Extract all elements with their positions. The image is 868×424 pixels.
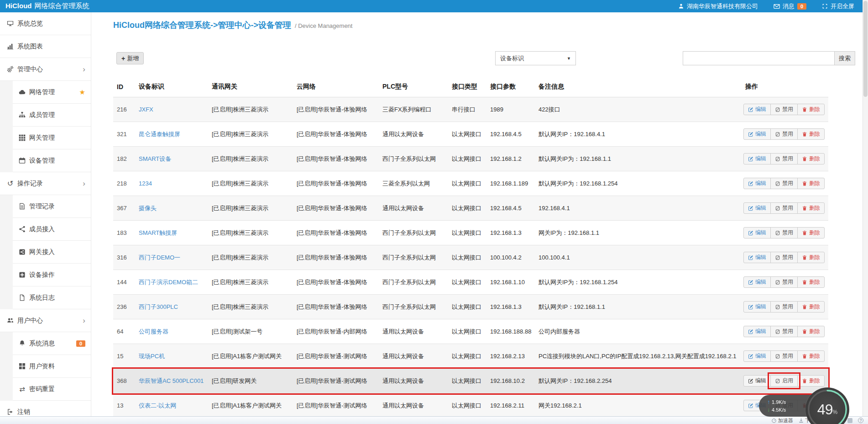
delete-button[interactable]: 删除: [797, 375, 825, 387]
cell-plc: 西门子全系列以太网: [379, 245, 448, 270]
delete-button[interactable]: 删除: [797, 301, 825, 313]
toggle-button[interactable]: 禁用: [770, 252, 798, 263]
delete-button[interactable]: 删除: [797, 128, 825, 140]
sidebar-item-系统总览[interactable]: 系统总览: [0, 12, 91, 35]
accelerator-button[interactable]: 加速器: [771, 417, 793, 424]
sidebar-item-管理中心[interactable]: 管理中心›: [0, 58, 91, 81]
device-name-link[interactable]: SMART触摸屏: [139, 229, 177, 236]
device-name-link[interactable]: SMART设备: [139, 155, 171, 162]
toggle-button[interactable]: 禁用: [770, 178, 798, 189]
edit-button[interactable]: 编辑: [743, 178, 771, 189]
search-input[interactable]: [683, 51, 834, 65]
sidebar-item-成员接入[interactable]: 成员接入: [13, 218, 91, 241]
sidebar-item-用户资料[interactable]: 用户资料: [13, 355, 91, 378]
sidebar-badge: 0: [76, 340, 85, 347]
device-name-link[interactable]: 公司服务器: [139, 328, 168, 335]
table-row: 367 摄像头 [已启用]株洲三菱演示 [已启用]华辰智通-体验网络 通用以太网…: [113, 196, 828, 221]
edit-button[interactable]: 编辑: [743, 227, 771, 238]
breadcrumb: HiCloud网络综合管理系统->管理中心->设备管理 / Device Man…: [113, 20, 855, 31]
sidebar-item-用户中心[interactable]: 用户中心›: [0, 309, 91, 332]
file-text-icon: [18, 203, 26, 210]
scrollbar-thumb[interactable]: [863, 1, 868, 97]
toggle-button[interactable]: 禁用: [770, 153, 798, 164]
delete-button[interactable]: 删除: [797, 326, 825, 337]
device-name-link[interactable]: 西门子DEMO一: [139, 254, 180, 261]
sidebar-item-网关接入[interactable]: 网关接入: [13, 241, 91, 264]
toggle-button[interactable]: 禁用: [770, 350, 798, 362]
messages-menu[interactable]: 消息 0: [774, 2, 806, 11]
delete-button[interactable]: 删除: [797, 202, 825, 214]
search-button[interactable]: 搜索: [834, 51, 855, 65]
sidebar-item-管理记录[interactable]: 管理记录: [13, 195, 91, 218]
sidebar-item-密码重置[interactable]: ⇄密码重置: [13, 378, 91, 401]
edit-button[interactable]: 编辑: [743, 104, 771, 115]
chevron-right-icon: ›: [83, 65, 85, 73]
edit-button[interactable]: 编辑: [743, 252, 771, 263]
cell-iface: 以太网接口: [448, 270, 486, 295]
sidebar-item-设备管理[interactable]: 设备管理: [13, 149, 91, 172]
toggle-button[interactable]: 禁用: [770, 227, 798, 238]
disable-icon: [775, 280, 780, 285]
toggle-button[interactable]: 禁用: [770, 326, 798, 337]
toggle-button[interactable]: 禁用: [770, 104, 798, 115]
delete-button[interactable]: 删除: [797, 276, 825, 288]
toggle-button[interactable]: 禁用: [770, 276, 798, 288]
cell-gateway: [已启用]株洲三菱演示: [208, 147, 293, 171]
cell-note: 422接口: [535, 97, 737, 122]
edit-button[interactable]: 编辑: [743, 350, 771, 362]
cell-param: 192.168.2.13: [486, 344, 535, 369]
device-name-link[interactable]: 西门子300PLC: [139, 303, 178, 310]
edit-button[interactable]: 编辑: [743, 326, 771, 337]
device-name-link[interactable]: 1234: [139, 180, 152, 187]
sidebar-item-设备操作[interactable]: 设备操作: [13, 264, 91, 286]
device-name-link[interactable]: 昆仑通泰触摸屏: [139, 131, 180, 138]
toggle-button[interactable]: 启用: [770, 375, 798, 387]
edit-button[interactable]: 编辑: [743, 153, 771, 164]
toggle-button[interactable]: 禁用: [770, 202, 798, 214]
device-name-link[interactable]: 摄像头: [139, 205, 157, 212]
sidebar-item-系统图表[interactable]: 系统图表: [0, 35, 91, 58]
sidebar-item-系统消息[interactable]: 系统消息0: [13, 332, 91, 355]
toggle-button-label: 禁用: [782, 328, 793, 335]
sidebar-item-操作记录[interactable]: ↺操作记录›: [0, 172, 91, 195]
toggle-button[interactable]: 禁用: [770, 128, 798, 140]
company-menu[interactable]: 湖南华辰智通科技有限公司: [678, 2, 758, 11]
device-name-link[interactable]: 华辰智通AC 500PLC001: [139, 377, 204, 384]
sidebar-item-系统日志[interactable]: 系统日志: [13, 286, 91, 309]
sidebar-item-网络管理[interactable]: 网络管理★: [13, 81, 91, 104]
delete-button[interactable]: 删除: [797, 350, 825, 362]
edit-icon: [748, 156, 753, 162]
filter-select[interactable]: 设备标识 ▼: [495, 51, 576, 65]
sidebar-item-成员管理[interactable]: 成员管理: [13, 104, 91, 127]
device-name-link[interactable]: 西门子演示DEMO箱二: [139, 279, 198, 286]
edit-button[interactable]: 编辑: [743, 301, 771, 313]
device-name-link[interactable]: JXFX: [139, 106, 153, 113]
edit-button-label: 编辑: [755, 204, 766, 212]
edit-button[interactable]: 编辑: [743, 128, 771, 140]
cell-iface: 以太网接口: [448, 295, 486, 319]
vertical-scrollbar[interactable]: [863, 0, 868, 416]
help-icon[interactable]: ?: [858, 418, 863, 423]
cell-gateway: [已启用]株洲三菱演示: [208, 221, 293, 245]
cell-param: 192.168.1.3: [486, 295, 535, 319]
edit-button[interactable]: 编辑: [743, 375, 771, 387]
add-button[interactable]: + 新增: [116, 52, 144, 64]
delete-button[interactable]: 删除: [797, 104, 825, 115]
sidebar-item-label: 系统图表: [17, 42, 43, 51]
delete-button[interactable]: 删除: [797, 227, 825, 238]
delete-button[interactable]: 删除: [797, 178, 825, 189]
cell-gateway: [已启用]株洲三菱演示: [208, 196, 293, 221]
sidebar-item-网关管理[interactable]: 网关管理: [13, 127, 91, 149]
device-name-link[interactable]: 仪表二-以太网: [139, 402, 176, 409]
edit-button[interactable]: 编辑: [743, 276, 771, 288]
toggle-button[interactable]: 禁用: [770, 301, 798, 313]
cell-id: 144: [113, 270, 135, 295]
delete-button[interactable]: 删除: [797, 252, 825, 263]
fullscreen-button[interactable]: 开启全屏: [822, 2, 854, 11]
edit-button[interactable]: 编辑: [743, 202, 771, 214]
delete-button[interactable]: 删除: [797, 153, 825, 164]
device-name-link[interactable]: 现场PC机: [139, 353, 165, 360]
sidebar-item-label: 设备管理: [29, 157, 55, 165]
progress-circle-widget[interactable]: 49 %: [805, 387, 849, 424]
col-header-param: 接口参数: [486, 77, 535, 97]
